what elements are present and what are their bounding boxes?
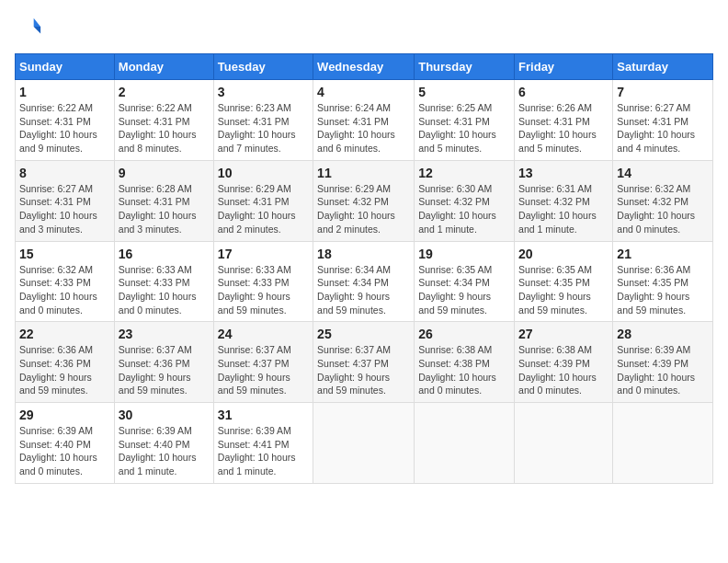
calendar-cell: 24Sunrise: 6:37 AM Sunset: 4:37 PM Dayli…: [213, 322, 313, 403]
day-info: Sunrise: 6:23 AM Sunset: 4:31 PM Dayligh…: [218, 101, 309, 155]
day-number: 12: [418, 166, 510, 180]
day-number: 24: [218, 327, 309, 341]
day-number: 4: [317, 85, 410, 99]
calendar-cell: 7Sunrise: 6:27 AM Sunset: 4:31 PM Daylig…: [613, 80, 713, 161]
day-info: Sunrise: 6:29 AM Sunset: 4:32 PM Dayligh…: [317, 182, 410, 236]
header-thursday: Thursday: [415, 54, 515, 80]
calendar-cell: 14Sunrise: 6:32 AM Sunset: 4:32 PM Dayli…: [613, 160, 713, 241]
calendar-cell: 30Sunrise: 6:39 AM Sunset: 4:40 PM Dayli…: [114, 403, 213, 484]
day-number: 10: [218, 166, 309, 180]
day-number: 13: [518, 166, 609, 180]
day-number: 19: [418, 247, 510, 261]
day-info: Sunrise: 6:38 AM Sunset: 4:39 PM Dayligh…: [518, 343, 609, 397]
calendar-cell: 25Sunrise: 6:37 AM Sunset: 4:37 PM Dayli…: [313, 322, 415, 403]
calendar-cell: 19Sunrise: 6:35 AM Sunset: 4:34 PM Dayli…: [415, 241, 515, 322]
day-info: Sunrise: 6:38 AM Sunset: 4:38 PM Dayligh…: [418, 343, 510, 397]
day-info: Sunrise: 6:27 AM Sunset: 4:31 PM Dayligh…: [617, 101, 709, 155]
header-wednesday: Wednesday: [313, 54, 415, 80]
day-number: 26: [418, 327, 510, 341]
day-info: Sunrise: 6:32 AM Sunset: 4:33 PM Dayligh…: [19, 263, 110, 317]
calendar-cell: 11Sunrise: 6:29 AM Sunset: 4:32 PM Dayli…: [313, 160, 415, 241]
day-number: 17: [218, 247, 309, 261]
calendar-cell: 12Sunrise: 6:30 AM Sunset: 4:32 PM Dayli…: [415, 160, 515, 241]
day-info: Sunrise: 6:30 AM Sunset: 4:32 PM Dayligh…: [418, 182, 510, 236]
calendar-cell: 15Sunrise: 6:32 AM Sunset: 4:33 PM Dayli…: [16, 241, 115, 322]
calendar-cell: 18Sunrise: 6:34 AM Sunset: 4:34 PM Dayli…: [313, 241, 415, 322]
day-number: 2: [119, 85, 210, 99]
calendar-cell: 29Sunrise: 6:39 AM Sunset: 4:40 PM Dayli…: [16, 403, 115, 484]
calendar-cell: 22Sunrise: 6:36 AM Sunset: 4:36 PM Dayli…: [16, 322, 115, 403]
day-number: 27: [518, 327, 609, 341]
day-info: Sunrise: 6:31 AM Sunset: 4:32 PM Dayligh…: [518, 182, 609, 236]
calendar-cell: 26Sunrise: 6:38 AM Sunset: 4:38 PM Dayli…: [415, 322, 515, 403]
day-info: Sunrise: 6:39 AM Sunset: 4:41 PM Dayligh…: [218, 424, 309, 478]
svg-marker-0: [34, 18, 40, 27]
day-number: 7: [617, 85, 709, 99]
day-number: 1: [19, 85, 110, 99]
day-number: 3: [218, 85, 309, 99]
calendar-week-5: 29Sunrise: 6:39 AM Sunset: 4:40 PM Dayli…: [16, 403, 713, 484]
calendar-cell: 5Sunrise: 6:25 AM Sunset: 4:31 PM Daylig…: [415, 80, 515, 161]
calendar-cell: 21Sunrise: 6:36 AM Sunset: 4:35 PM Dayli…: [613, 241, 713, 322]
header-tuesday: Tuesday: [213, 54, 313, 80]
day-info: Sunrise: 6:36 AM Sunset: 4:36 PM Dayligh…: [19, 343, 110, 397]
day-info: Sunrise: 6:37 AM Sunset: 4:37 PM Dayligh…: [218, 343, 309, 397]
day-number: 5: [418, 85, 510, 99]
day-info: Sunrise: 6:25 AM Sunset: 4:31 PM Dayligh…: [418, 101, 510, 155]
day-info: Sunrise: 6:37 AM Sunset: 4:36 PM Dayligh…: [119, 343, 210, 397]
day-number: 21: [617, 247, 709, 261]
day-number: 6: [518, 85, 609, 99]
day-number: 11: [317, 166, 410, 180]
calendar-cell: 10Sunrise: 6:29 AM Sunset: 4:31 PM Dayli…: [213, 160, 313, 241]
calendar-cell: 27Sunrise: 6:38 AM Sunset: 4:39 PM Dayli…: [515, 322, 613, 403]
day-number: 8: [19, 166, 110, 180]
day-info: Sunrise: 6:24 AM Sunset: 4:31 PM Dayligh…: [317, 101, 410, 155]
calendar-week-1: 1Sunrise: 6:22 AM Sunset: 4:31 PM Daylig…: [16, 80, 713, 161]
day-number: 18: [317, 247, 410, 261]
calendar-week-2: 8Sunrise: 6:27 AM Sunset: 4:31 PM Daylig…: [16, 160, 713, 241]
day-info: Sunrise: 6:34 AM Sunset: 4:34 PM Dayligh…: [317, 263, 410, 317]
calendar-cell: [415, 403, 515, 484]
day-info: Sunrise: 6:36 AM Sunset: 4:35 PM Dayligh…: [617, 263, 709, 317]
day-number: 25: [317, 327, 410, 341]
day-number: 9: [119, 166, 210, 180]
calendar-cell: 28Sunrise: 6:39 AM Sunset: 4:39 PM Dayli…: [613, 322, 713, 403]
calendar-cell: 8Sunrise: 6:27 AM Sunset: 4:31 PM Daylig…: [16, 160, 115, 241]
day-info: Sunrise: 6:22 AM Sunset: 4:31 PM Dayligh…: [19, 101, 110, 155]
calendar-cell: [613, 403, 713, 484]
day-info: Sunrise: 6:37 AM Sunset: 4:37 PM Dayligh…: [317, 343, 410, 397]
calendar-week-3: 15Sunrise: 6:32 AM Sunset: 4:33 PM Dayli…: [16, 241, 713, 322]
calendar-cell: 4Sunrise: 6:24 AM Sunset: 4:31 PM Daylig…: [313, 80, 415, 161]
day-info: Sunrise: 6:39 AM Sunset: 4:39 PM Dayligh…: [617, 343, 709, 397]
day-info: Sunrise: 6:39 AM Sunset: 4:40 PM Dayligh…: [19, 424, 110, 478]
day-number: 31: [218, 408, 309, 422]
day-info: Sunrise: 6:28 AM Sunset: 4:31 PM Dayligh…: [119, 182, 210, 236]
logo-icon: [17, 15, 42, 40]
svg-marker-1: [34, 27, 40, 33]
calendar-week-4: 22Sunrise: 6:36 AM Sunset: 4:36 PM Dayli…: [16, 322, 713, 403]
day-info: Sunrise: 6:32 AM Sunset: 4:32 PM Dayligh…: [617, 182, 709, 236]
calendar-cell: 31Sunrise: 6:39 AM Sunset: 4:41 PM Dayli…: [213, 403, 313, 484]
day-info: Sunrise: 6:26 AM Sunset: 4:31 PM Dayligh…: [518, 101, 609, 155]
calendar-cell: 23Sunrise: 6:37 AM Sunset: 4:36 PM Dayli…: [114, 322, 213, 403]
logo: [15, 15, 42, 44]
day-info: Sunrise: 6:33 AM Sunset: 4:33 PM Dayligh…: [119, 263, 210, 317]
day-number: 15: [19, 247, 110, 261]
day-number: 16: [119, 247, 210, 261]
calendar-cell: 9Sunrise: 6:28 AM Sunset: 4:31 PM Daylig…: [114, 160, 213, 241]
day-number: 28: [617, 327, 709, 341]
day-number: 23: [119, 327, 210, 341]
day-info: Sunrise: 6:27 AM Sunset: 4:31 PM Dayligh…: [19, 182, 110, 236]
calendar-cell: 6Sunrise: 6:26 AM Sunset: 4:31 PM Daylig…: [515, 80, 613, 161]
calendar-cell: 2Sunrise: 6:22 AM Sunset: 4:31 PM Daylig…: [114, 80, 213, 161]
day-number: 30: [119, 408, 210, 422]
calendar-cell: 16Sunrise: 6:33 AM Sunset: 4:33 PM Dayli…: [114, 241, 213, 322]
header-saturday: Saturday: [613, 54, 713, 80]
day-info: Sunrise: 6:35 AM Sunset: 4:34 PM Dayligh…: [418, 263, 510, 317]
day-info: Sunrise: 6:29 AM Sunset: 4:31 PM Dayligh…: [218, 182, 309, 236]
calendar-header-row: SundayMondayTuesdayWednesdayThursdayFrid…: [16, 54, 713, 80]
day-number: 20: [518, 247, 609, 261]
page-header: [15, 15, 713, 44]
header-monday: Monday: [114, 54, 213, 80]
header-sunday: Sunday: [16, 54, 115, 80]
